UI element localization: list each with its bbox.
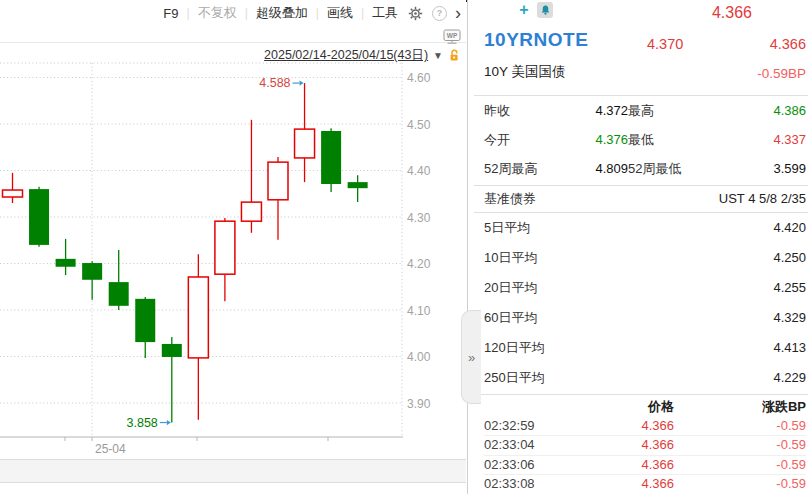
- average-row: 120日平均 4.413: [484, 333, 806, 363]
- svg-text:WP: WP: [447, 32, 458, 39]
- y-axis-label: 4.30: [407, 211, 431, 225]
- average-row: 10日平均 4.250: [484, 243, 806, 273]
- y-axis-label: 4.60: [407, 71, 431, 85]
- average-row: 5日平均 4.420: [484, 213, 806, 243]
- change-bp: -0.59BP: [757, 66, 806, 81]
- toolbar-tools-button[interactable]: 工具: [372, 4, 398, 22]
- chart-annotation: 3.858: [127, 416, 158, 430]
- chart-toolbar: F9 | 不复权 | 超级叠加 | 画线 | 工具: [163, 3, 461, 23]
- chevron-right-icon[interactable]: ›: [455, 6, 461, 20]
- tick-change-header: 涨跌BP: [674, 398, 806, 417]
- candle-body: [188, 277, 208, 358]
- candle-body: [135, 299, 155, 342]
- stat-label: 昨收: [484, 96, 548, 125]
- tick-header-row: 价格 涨跌BP: [484, 398, 806, 417]
- instrument-name: 10Y 美国国债: [484, 63, 566, 81]
- chart-panel: F9 | 不复权 | 超级叠加 | 画线 | 工具: [0, 0, 466, 494]
- quote-stats: 昨收 4.372 最高 4.386 今开 4.376 最低 4.337 52周最…: [484, 96, 806, 183]
- toolbar-no-adjust-button[interactable]: 不复权: [198, 4, 237, 22]
- average-label: 5日平均: [484, 213, 530, 243]
- gear-icon[interactable]: [406, 4, 424, 22]
- stat-value: 4.372: [548, 96, 628, 125]
- panel-collapse-tab[interactable]: »: [461, 310, 481, 404]
- toolbar-super-overlay-button[interactable]: 超级叠加: [256, 4, 308, 22]
- average-value: 4.413: [773, 333, 806, 363]
- candle-body: [321, 131, 341, 184]
- candle-body: [56, 259, 76, 267]
- moving-averages: 5日平均 4.420 10日平均 4.250 20日平均 4.255 60日平均…: [484, 213, 806, 393]
- chart-annotation: 4.588: [259, 76, 290, 90]
- add-to-watchlist-button[interactable]: +: [516, 1, 532, 19]
- average-value: 4.250: [773, 243, 806, 273]
- benchmark-label: 基准债券: [484, 186, 536, 212]
- stat-value: 4.809: [548, 154, 628, 183]
- average-label: 60日平均: [484, 303, 537, 333]
- stat-value: 4.386: [706, 96, 806, 125]
- stat-label: 52周最高: [484, 154, 548, 183]
- latest-price: 4.366: [712, 4, 752, 22]
- average-label: 250日平均: [484, 363, 545, 393]
- toolbar-divider: [0, 42, 466, 43]
- benchmark-value: UST 4 5/8 2/35: [719, 186, 806, 212]
- quote-panel: + 4.366 10YRNOTE 4.370 4.366 10Y 美国国债 -0…: [467, 0, 809, 494]
- alert-bell-icon[interactable]: [537, 2, 553, 18]
- candle-body: [29, 189, 49, 245]
- x-axis-label: 25-04: [95, 442, 126, 456]
- toolbar-separator: |: [361, 6, 364, 20]
- tick-price-header: 价格: [574, 398, 674, 417]
- benchmark-row: 基准债券 UST 4 5/8 2/35: [484, 186, 806, 212]
- annotation-arrowhead: [167, 420, 171, 425]
- toolbar-separator: |: [245, 6, 248, 20]
- candlestick-chart[interactable]: 4.604.504.404.304.204.104.003.9025-044.5…: [0, 60, 466, 460]
- stat-label: 52周最低: [628, 154, 706, 183]
- average-value: 4.229: [773, 363, 806, 393]
- candle-body: [162, 344, 182, 357]
- stats-row: 今开 4.376 最低 4.337: [484, 125, 806, 154]
- average-label: 120日平均: [484, 333, 545, 363]
- candle-body: [348, 182, 368, 188]
- average-label: 10日平均: [484, 243, 537, 273]
- y-axis-label: 4.00: [407, 350, 431, 364]
- candle-body: [241, 202, 261, 221]
- annotation-arrowhead: [300, 80, 304, 85]
- average-row: 250日平均 4.229: [484, 363, 806, 393]
- average-value: 4.329: [773, 303, 806, 333]
- stat-value: 3.599: [706, 154, 806, 183]
- candle-body: [3, 190, 23, 197]
- candle-body: [268, 162, 288, 200]
- trading-app-window: F9 | 不复权 | 超级叠加 | 画线 | 工具: [0, 0, 809, 494]
- candle-body: [109, 282, 129, 306]
- tick-row: 02:33:08 4.366 -0.59: [484, 475, 806, 494]
- stat-label: 最低: [628, 125, 706, 154]
- tick-list[interactable]: 价格 涨跌BP 02:32:59 4.366 -0.59 02:33:04 4.…: [484, 398, 806, 494]
- symbol-name[interactable]: 10YRNOTE: [484, 29, 588, 51]
- y-axis-label: 3.90: [407, 397, 431, 411]
- chart-bottom-bar: [0, 459, 466, 483]
- stat-label: 最高: [628, 96, 706, 125]
- bid-price: 4.370: [647, 36, 683, 52]
- stat-value: 4.337: [706, 125, 806, 154]
- y-axis-label: 4.10: [407, 304, 431, 318]
- toolbar-separator: |: [316, 6, 319, 20]
- y-axis-label: 4.20: [407, 257, 431, 271]
- double-chevron-right-icon: »: [468, 350, 475, 365]
- average-row: 60日平均 4.329: [484, 303, 806, 333]
- candle-body: [295, 129, 315, 158]
- wp-monitor-icon[interactable]: WP: [443, 29, 461, 49]
- candle-body: [82, 263, 102, 280]
- average-value: 4.255: [773, 273, 806, 303]
- toolbar-f9-button[interactable]: F9: [163, 6, 178, 21]
- toolbar-separator: |: [187, 6, 190, 20]
- help-icon[interactable]: ?: [432, 6, 447, 21]
- average-label: 20日平均: [484, 273, 537, 303]
- stat-value: 4.376: [548, 125, 628, 154]
- tick-row: 02:33:06 4.366 -0.59: [484, 456, 806, 476]
- average-row: 20日平均 4.255: [484, 273, 806, 303]
- divider: [474, 394, 808, 395]
- y-axis-label: 4.50: [407, 118, 431, 132]
- y-axis-label: 4.40: [407, 164, 431, 178]
- tick-row: 02:33:04 4.366 -0.59: [484, 436, 806, 456]
- last-price: 4.366: [770, 36, 806, 52]
- toolbar-draw-line-button[interactable]: 画线: [327, 4, 353, 22]
- average-value: 4.420: [773, 213, 806, 243]
